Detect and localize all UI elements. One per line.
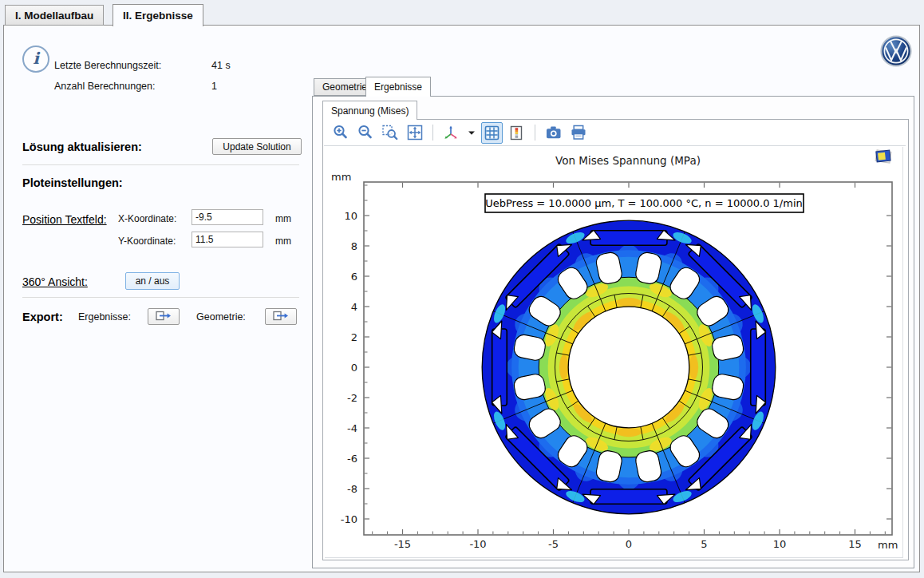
toolbar-divider	[324, 145, 906, 146]
svg-text:4: 4	[351, 301, 357, 313]
export-geometry-label: Geometrie:	[196, 311, 246, 323]
svg-text:10: 10	[773, 538, 787, 550]
svg-text:0: 0	[351, 362, 357, 374]
view-360-label: 360° Ansicht:	[22, 275, 88, 288]
tab-modellaufbau-label: I. Modellaufbau	[15, 10, 93, 22]
y-coordinate-input[interactable]	[192, 232, 263, 247]
svg-text:-10: -10	[341, 513, 357, 525]
calc-count-label: Anzahl Berechnungen:	[54, 81, 155, 92]
svg-text:15: 15	[848, 538, 862, 550]
plot-group-icon[interactable]	[873, 147, 894, 169]
tab-spannung-mises[interactable]: Spannung (Mises)	[322, 101, 417, 120]
svg-text:2: 2	[351, 331, 357, 343]
toolbar-separator	[535, 125, 535, 141]
tab-ergebnisse[interactable]: II. Ergebnisse	[113, 4, 203, 26]
svg-text:mm: mm	[331, 171, 351, 183]
export-results-button[interactable]	[148, 308, 180, 325]
y-coordinate-label: Y-Koordinate:	[118, 236, 176, 247]
update-solution-button[interactable]: Update Solution	[212, 138, 302, 155]
divider	[22, 297, 299, 298]
axis-orientation-icon[interactable]	[440, 122, 462, 144]
svg-text:-15: -15	[394, 538, 411, 550]
svg-text:5: 5	[701, 538, 707, 550]
last-calc-time-value: 41 s	[211, 60, 231, 71]
y-coordinate-unit: mm	[275, 236, 291, 247]
svg-text:8: 8	[351, 240, 357, 252]
von-mises-plot[interactable]: Von Mises Spannung (MPa)-15-10-505101510…	[325, 147, 902, 557]
plot-canvas[interactable]: Von Mises Spannung (MPa)-15-10-505101510…	[325, 147, 903, 558]
toolbar-separator	[432, 125, 433, 141]
svg-text:0: 0	[626, 538, 632, 550]
zoom-in-icon[interactable]	[330, 122, 351, 144]
info-icon: i	[22, 46, 49, 73]
tab-modellaufbau[interactable]: I. Modellaufbau	[5, 5, 104, 26]
export-icon	[156, 311, 172, 323]
svg-text:-10: -10	[469, 538, 486, 550]
zoom-extents-icon[interactable]	[404, 122, 425, 144]
view-360-toggle-button[interactable]: an / aus	[125, 272, 180, 290]
calc-count-value: 1	[211, 81, 217, 92]
svg-text:10: 10	[344, 210, 357, 222]
print-icon[interactable]	[567, 122, 589, 144]
update-solution-label: Lösung aktualisieren:	[22, 141, 142, 153]
svg-text:UebPress = 10.0000 µm, T = 100: UebPress = 10.0000 µm, T = 100.000 °C, n…	[485, 197, 803, 209]
svg-text:mm: mm	[878, 539, 898, 551]
dropdown-caret-icon[interactable]	[465, 122, 478, 144]
x-coordinate-input[interactable]	[192, 209, 263, 225]
divider	[22, 164, 299, 165]
graphics-toolbar	[323, 120, 914, 145]
export-heading: Export:	[22, 311, 63, 323]
export-results-label: Ergebnisse:	[78, 311, 131, 323]
zoom-box-icon[interactable]	[379, 122, 401, 144]
x-coordinate-unit: mm	[275, 213, 291, 224]
svg-text:Von Mises Spannung (MPa): Von Mises Spannung (MPa)	[555, 154, 701, 167]
svg-text:-8: -8	[347, 483, 357, 495]
svg-text:6: 6	[351, 271, 357, 283]
x-coordinate-label: X-Koordinate:	[118, 213, 176, 224]
svg-text:-6: -6	[347, 453, 357, 465]
svg-text:-2: -2	[347, 392, 357, 404]
snapshot-icon[interactable]	[543, 122, 564, 144]
tab-ergebnisse-view[interactable]: Ergebnisse	[365, 77, 431, 97]
svg-text:-4: -4	[347, 422, 357, 434]
color-legend-icon[interactable]	[506, 122, 527, 144]
export-icon	[273, 311, 289, 323]
last-calc-time-label: Letzte Berechnungszeit:	[54, 60, 161, 71]
export-geometry-button[interactable]	[265, 308, 297, 325]
position-textfield-label: Position Textfeld:	[22, 213, 107, 226]
tab-ergebnisse-label: II. Ergebnisse	[123, 10, 193, 22]
grid-toggle-icon[interactable]	[481, 122, 503, 144]
svg-text:-5: -5	[548, 538, 559, 550]
zoom-out-icon[interactable]	[354, 122, 376, 144]
plot-settings-heading: Ploteinstellungen:	[22, 176, 123, 189]
vw-logo	[880, 35, 912, 70]
